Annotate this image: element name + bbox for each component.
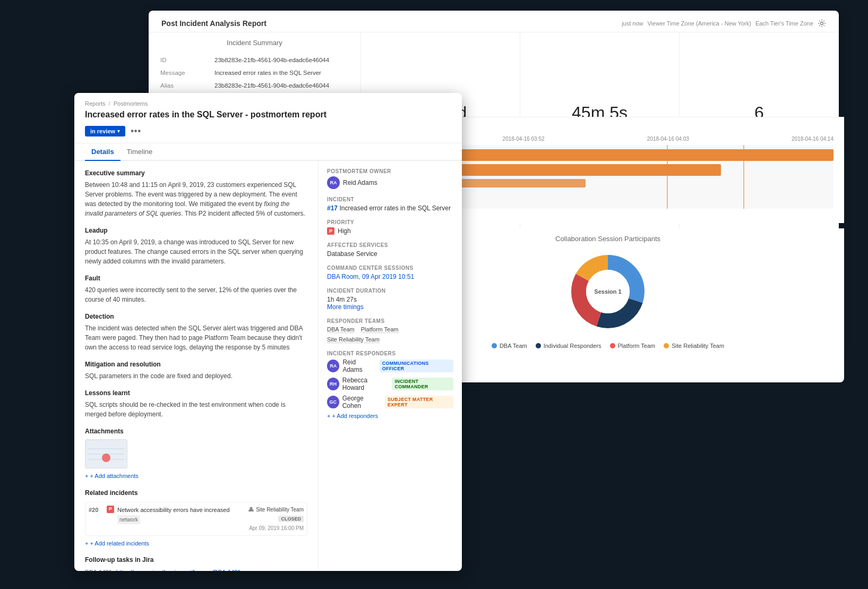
legend-label: Platform Team (618, 343, 656, 349)
gantt-time-label: 2018-04-16 03:52 (503, 136, 545, 142)
summary-row: Alias23b8283e-21fb-4561-904b-edadc6e4604… (158, 80, 351, 91)
summary-field-label: ID (158, 54, 211, 66)
jira-link[interactable]: https://opsgenie.atlassian.net/browse/DB… (116, 568, 241, 571)
responder-teams-field: RESPONDER TEAMS DBA Team Platform Team S… (327, 318, 453, 343)
duration-value: 1h 4m 27s (327, 296, 453, 303)
closed-status-badge: CLOSED (278, 516, 304, 522)
tab-timeline[interactable]: Timeline (121, 143, 159, 161)
incident-date: Apr 09, 2019 16:00 PM (248, 524, 304, 532)
attachment-thumbnail (85, 439, 127, 468)
gantt-marker-2 (743, 145, 744, 209)
detection-heading: Detection (85, 312, 307, 321)
exec-summary-heading: Executive summary (85, 168, 307, 178)
priority-icon-badge: P (327, 227, 334, 235)
donut-chart: Session 1 (565, 249, 650, 336)
fault-heading: Fault (85, 274, 307, 283)
details-panel: POSTMORTEM OWNER RA Reid Adams INCIDENT … (319, 161, 462, 571)
priority-row: P High (327, 227, 453, 235)
svg-point-0 (821, 22, 823, 25)
legend-label: Site Reliability Team (672, 343, 724, 349)
related-incident-tag: network (117, 515, 140, 524)
lessons-text: SQL scripts should be re-checked in the … (85, 400, 307, 419)
more-options-button[interactable]: ••• (130, 125, 142, 138)
responders-list: RA Reid Adams COMMUNICATIONS OFFICER RH … (327, 358, 453, 409)
related-incident-item: #20 P Network accessibility errors have … (85, 502, 307, 536)
donut-legend: DBA TeamIndividual RespondersPlatform Te… (492, 343, 724, 349)
duration-field: INCIDENT DURATION 1h 4m 27s More timings (327, 288, 453, 311)
related-incident-info: Network accessibility errors have increa… (117, 506, 245, 525)
responder-role: COMMUNICATIONS OFFICER (380, 360, 453, 372)
add-attachments-link[interactable]: + + Add attachments (85, 472, 307, 481)
team-chip: DBA Team (327, 326, 355, 333)
mitigation-heading: Mitigation and resolution (85, 360, 307, 369)
add-related-link[interactable]: + + Add related incidents (85, 539, 307, 548)
responder-row: GC George Cohen SUBJECT MATTER EXPERT (327, 395, 453, 409)
status-label: in review (90, 128, 115, 134)
jira-item: DBA-1421 https://opsgenie.atlassian.net/… (85, 568, 307, 571)
chevron-down-icon: ▾ (117, 129, 120, 134)
priority-value: High (338, 227, 351, 235)
toolbar: in review ▾ ••• (85, 125, 451, 138)
summary-field-label: Alias (158, 80, 211, 91)
summary-field-label: Message (158, 67, 211, 79)
add-responders-link[interactable]: + + Add responders (327, 413, 453, 419)
plus-icon-related: + (85, 539, 88, 548)
owner-name: Reid Adams (343, 179, 377, 186)
session-link[interactable]: DBA Room, 09 Apr 2019 10:51 (327, 273, 414, 280)
more-timings-link[interactable]: More timings (327, 303, 364, 311)
leadup-heading: Leadup (85, 226, 307, 235)
legend-item: Site Reliability Team (664, 343, 724, 349)
plus-icon: + (85, 472, 88, 481)
gear-icon[interactable] (818, 19, 826, 28)
timezone-label: Each Tier's Time Zone (755, 20, 813, 27)
legend-dot (492, 343, 497, 348)
responder-name: Reid Adams (342, 358, 376, 373)
postmortem-header: Reports / Postmortems Increased error ra… (74, 93, 462, 143)
summary-field-value: 23b8283e-21fb-4561-904b-edadc6e46044 (212, 80, 351, 91)
team-label: Site Reliability Team (248, 506, 304, 514)
leadup-text: At 10:35 on April 9, 2019, a change was … (85, 237, 307, 266)
breadcrumb-reports[interactable]: Reports (85, 100, 106, 107)
incident-field: INCIDENT #17 Increased error rates in th… (327, 197, 453, 212)
responder-avatar: GC (327, 396, 339, 408)
incident-value: #17 Increased error rates in the SQL Ser… (327, 204, 453, 212)
tab-details[interactable]: Details (85, 143, 121, 161)
status-badge[interactable]: in review ▾ (85, 126, 125, 136)
incident-responders-field: INCIDENT RESPONDERS RA Reid Adams COMMUN… (327, 351, 453, 419)
responder-role: INCIDENT COMMANDER (392, 378, 453, 390)
affected-services-value: Database Service (327, 250, 453, 258)
gantt-time-label: 2018-04-16 04:14 (792, 136, 833, 142)
affected-services-field: AFFECTED SERVICES Database Service (327, 242, 453, 258)
legend-dot (664, 343, 669, 348)
responder-teams-label: RESPONDER TEAMS (327, 318, 453, 324)
legend-label: DBA Team (500, 343, 527, 349)
affected-services-label: AFFECTED SERVICES (327, 242, 453, 248)
incident-link[interactable]: #17 (327, 204, 338, 212)
team-chip: Platform Team (361, 326, 399, 333)
plus-icon-responders: + (327, 413, 330, 419)
responder-avatar: RA (327, 360, 339, 372)
summary-row: ID23b8283e-21fb-4561-904b-edadc6e46044 (158, 54, 351, 66)
report-text-area: Executive summary Between 10:48 and 11:1… (74, 161, 319, 571)
viewer-tz-label: Viewer Time Zone (America - New York) (647, 20, 751, 27)
timestamp-label: just now (622, 20, 643, 27)
owner-avatar: RA (327, 176, 340, 189)
sessions-label: COMMAND CENTER SESSIONS (327, 265, 453, 271)
legend-dot (536, 343, 541, 348)
breadcrumb-postmortems[interactable]: Postmortems (114, 100, 148, 107)
jira-section: Follow-up tasks in Jira DBA-1421 https:/… (85, 555, 307, 571)
person-icon (248, 506, 254, 513)
responder-avatar: RH (327, 378, 339, 390)
front-body: Executive summary Between 10:48 and 11:1… (74, 161, 462, 571)
breadcrumb: Reports / Postmortems (85, 100, 451, 107)
incident-name: Increased error rates in the SQL Server (339, 204, 451, 212)
sessions-field: COMMAND CENTER SESSIONS DBA Room, 09 Apr… (327, 265, 453, 280)
owner-label: POSTMORTEM OWNER (327, 168, 453, 174)
responder-row: RA Reid Adams COMMUNICATIONS OFFICER (327, 358, 453, 373)
summary-title: Incident Summary (157, 39, 352, 47)
related-incidents-section: Related incidents #20 P Network accessib… (85, 488, 307, 548)
responder-name: Rebecca Howard (342, 377, 389, 391)
attachments-title: Attachments (85, 426, 307, 436)
report-title: Post Incident Analysis Report (161, 19, 267, 28)
summary-field-value: 23b8283e-21fb-4561-904b-edadc6e46044 (212, 54, 351, 66)
